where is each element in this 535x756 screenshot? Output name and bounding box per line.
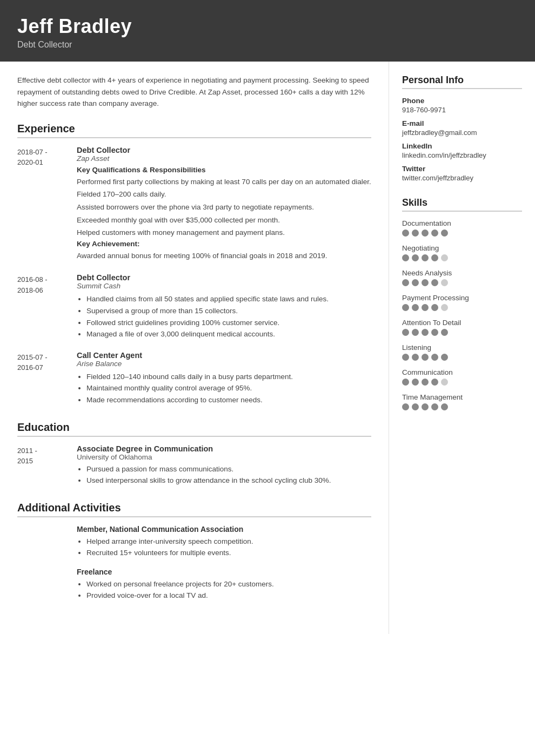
skill-name-3: Needs Analysis <box>402 269 522 277</box>
exp-bullet-2-1: Handled claims from all 50 states and ap… <box>86 293 371 305</box>
skill-dot-1-2 <box>412 230 419 237</box>
skills-section: Skills DocumentationNegotiatingNeeds Ana… <box>402 197 522 410</box>
exp-dates-3: 2015-07 -2016-07 <box>17 351 77 406</box>
skill-item-5: Attention To Detail <box>402 319 522 336</box>
skill-dot-4-3 <box>422 304 429 311</box>
twitter-label: Twitter <box>402 165 522 173</box>
activity-item-1: Member, National Communication Associati… <box>17 525 371 559</box>
activity-title-2: Freelance <box>77 568 371 576</box>
skill-item-2: Negotiating <box>402 244 522 261</box>
skill-item-6: Listening <box>402 343 522 361</box>
skill-dot-8-4 <box>431 403 438 410</box>
skill-dot-4-4 <box>431 304 438 311</box>
exp-jobtitle-3: Call Center Agent <box>77 351 371 360</box>
linkedin-label: LinkedIn <box>402 142 522 150</box>
edu-bullets-1: Pursued a passion for mass communication… <box>77 463 371 487</box>
experience-item-1: 2018-07 -2020-01 Debt Collector Zap Asse… <box>17 146 371 263</box>
activity-title-1: Member, National Communication Associati… <box>77 525 371 534</box>
exp-bullet-3-2: Maintained monthly quality control avera… <box>86 382 371 394</box>
skill-name-2: Negotiating <box>402 244 522 252</box>
exp-bullet-2-3: Followed strict guidelines providing 100… <box>86 317 371 329</box>
exp-content-2: Debt Collector Summit Cash Handled claim… <box>77 273 371 340</box>
skill-dot-5-5 <box>441 329 448 336</box>
activity-content-1: Member, National Communication Associati… <box>77 525 371 559</box>
skills-container: DocumentationNegotiatingNeeds AnalysisPa… <box>402 219 522 410</box>
personal-info-heading: Personal Info <box>402 75 522 89</box>
exp-bullet-3-3: Made recommendations according to custom… <box>86 394 371 406</box>
skill-dot-6-1 <box>402 354 409 361</box>
skill-dot-8-2 <box>412 403 419 410</box>
skill-dots-3 <box>402 279 522 286</box>
skill-dot-2-1 <box>402 254 409 261</box>
exp-content-3: Call Center Agent Arise Balance Fielded … <box>77 351 371 406</box>
exp-bullets-2: Handled claims from all 50 states and ap… <box>77 293 371 340</box>
exp-subheading-1: Key Qualifications & Responsibilities <box>77 166 371 174</box>
experience-item-2: 2016-08 -2018-06 Debt Collector Summit C… <box>17 273 371 340</box>
exp-achievement-heading-1: Key Achievement: <box>77 240 371 248</box>
skill-name-6: Listening <box>402 343 522 352</box>
skill-item-1: Documentation <box>402 219 522 237</box>
twitter-value: twitter.com/jeffzbradley <box>402 174 522 182</box>
exp-bullet-1-3: Assisted borrowers over the phone via 3r… <box>77 201 371 213</box>
exp-achievement-text-1: Awarded annual bonus for meeting 100% of… <box>77 250 371 262</box>
activities-section: Additional Activities Member, National C… <box>17 502 371 602</box>
education-heading: Education <box>17 421 371 437</box>
skill-dot-5-2 <box>412 329 419 336</box>
main-layout: Effective debt collector with 4+ years o… <box>0 62 535 634</box>
activity-bullet-1-2: Recruited 15+ volunteers for multiple ev… <box>86 547 371 559</box>
skill-item-8: Time Management <box>402 393 522 410</box>
skill-dot-1-1 <box>402 230 409 237</box>
skill-dot-1-3 <box>422 230 429 237</box>
skill-dot-3-5 <box>441 279 448 286</box>
skill-dot-6-3 <box>422 354 429 361</box>
exp-company-3: Arise Balance <box>77 360 371 368</box>
skill-name-5: Attention To Detail <box>402 319 522 327</box>
skill-dots-6 <box>402 354 522 361</box>
skill-dot-7-5 <box>441 379 448 386</box>
skill-dot-5-1 <box>402 329 409 336</box>
exp-bullet-2-2: Supervised a group of more than 15 colle… <box>86 305 371 317</box>
edu-dates-1: 2011 -2015 <box>17 444 77 487</box>
exp-company-2: Summit Cash <box>77 282 371 290</box>
skill-dots-1 <box>402 230 522 237</box>
right-column: Personal Info Phone 918-760-9971 E-mail … <box>389 62 535 634</box>
skill-item-4: Payment Processing <box>402 294 522 311</box>
skill-dot-5-3 <box>422 329 429 336</box>
experience-heading: Experience <box>17 123 371 138</box>
skill-dot-2-5 <box>441 254 448 261</box>
education-item-1: 2011 -2015 Associate Degree in Communica… <box>17 444 371 487</box>
skill-dot-3-2 <box>412 279 419 286</box>
activity-bullets-1: Helped arrange inter-university speech c… <box>77 536 371 559</box>
phone-label: Phone <box>402 97 522 105</box>
skill-dot-4-5 <box>441 304 448 311</box>
activity-bullet-2-1: Worked on personal freelance projects fo… <box>86 578 371 590</box>
exp-jobtitle-1: Debt Collector <box>77 146 371 154</box>
skill-dot-3-4 <box>431 279 438 286</box>
experience-section: Experience 2018-07 -2020-01 Debt Collect… <box>17 123 371 406</box>
activity-bullets-2: Worked on personal freelance projects fo… <box>77 578 371 602</box>
exp-content-1: Debt Collector Zap Asset Key Qualificati… <box>77 146 371 263</box>
exp-bullet-2-4: Managed a file of over 3,000 delinquent … <box>86 328 371 340</box>
personal-info-section: Personal Info Phone 918-760-9971 E-mail … <box>402 75 522 182</box>
header: Jeff Bradley Debt Collector <box>0 0 535 62</box>
skill-name-1: Documentation <box>402 219 522 227</box>
skill-item-7: Communication <box>402 368 522 386</box>
skill-dot-6-5 <box>441 354 448 361</box>
exp-bullets-3: Fielded 120–140 inbound calls daily in a… <box>77 371 371 406</box>
exp-company-1: Zap Asset <box>77 154 371 163</box>
skill-name-8: Time Management <box>402 393 522 401</box>
skill-dot-1-5 <box>441 230 448 237</box>
skill-dot-7-4 <box>431 379 438 386</box>
activity-content-2: Freelance Worked on personal freelance p… <box>77 568 371 602</box>
edu-school-1: University of Oklahoma <box>77 453 371 461</box>
education-section: Education 2011 -2015 Associate Degree in… <box>17 421 371 487</box>
skill-dot-2-4 <box>431 254 438 261</box>
skill-dot-3-3 <box>422 279 429 286</box>
exp-bullet-1-5: Helped customers with money management a… <box>77 227 371 239</box>
edu-bullet-1-1: Pursued a passion for mass communication… <box>86 463 371 475</box>
skill-dot-2-3 <box>422 254 429 261</box>
skill-item-3: Needs Analysis <box>402 269 522 286</box>
skill-dot-8-5 <box>441 403 448 410</box>
skill-dots-7 <box>402 379 522 386</box>
activity-item-2: Freelance Worked on personal freelance p… <box>17 568 371 602</box>
